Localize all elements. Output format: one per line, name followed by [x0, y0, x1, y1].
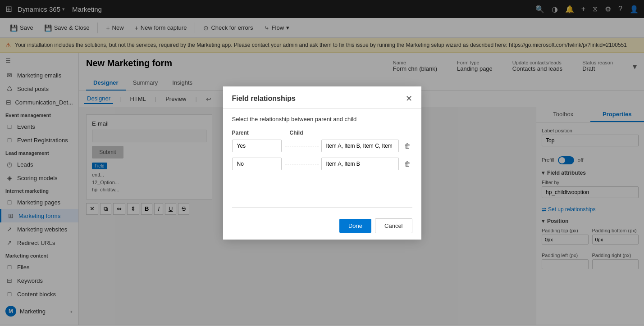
modal-footer: Done Cancel: [223, 212, 421, 240]
col-header-child: Child: [290, 130, 412, 136]
delete-row-1-button[interactable]: 🗑: [402, 140, 412, 151]
rel-connector-2: [285, 164, 319, 164]
relationship-row-1: 🗑: [232, 140, 412, 152]
cancel-button[interactable]: Cancel: [375, 218, 412, 233]
modal-col-headers: Parent Child: [232, 130, 412, 136]
modal-subtitle: Select the relationship between parent a…: [232, 116, 412, 122]
modal-divider: [232, 207, 412, 208]
child-input-1[interactable]: [321, 140, 399, 152]
modal-title: Field relationships: [232, 95, 296, 103]
done-button[interactable]: Done: [339, 219, 371, 233]
modal-overlay: Field relationships ✕ Select the relatio…: [0, 0, 644, 326]
parent-input-1[interactable]: [232, 140, 282, 152]
modal-body: Select the relationship between parent a…: [223, 109, 421, 203]
col-header-parent: Parent: [232, 130, 286, 136]
field-relationships-modal: Field relationships ✕ Select the relatio…: [223, 86, 421, 240]
modal-close-button[interactable]: ✕: [406, 94, 412, 104]
parent-input-2[interactable]: [232, 158, 282, 170]
relationship-row-2: 🗑: [232, 158, 412, 170]
modal-header: Field relationships ✕: [223, 86, 421, 109]
delete-row-2-button[interactable]: 🗑: [402, 158, 412, 169]
child-input-2[interactable]: [321, 158, 399, 170]
rel-connector-1: [285, 146, 319, 146]
